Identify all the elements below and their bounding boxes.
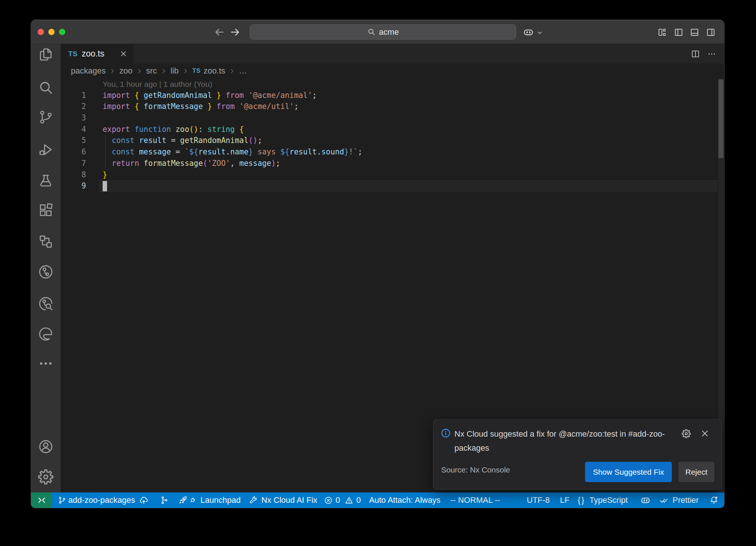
notification-close-button[interactable] (700, 429, 710, 440)
split-editor-button[interactable] (687, 46, 704, 62)
plug-icon (189, 496, 197, 504)
activity-commit-target-button[interactable] (31, 261, 61, 283)
line-number: 4 (61, 124, 86, 135)
navigate-forward-button[interactable] (229, 26, 241, 38)
vim-mode-label: -- NORMAL -- (450, 495, 500, 505)
line-number: 2 (61, 101, 86, 112)
copilot-icon (523, 27, 534, 38)
activity-source-control-button[interactable] (31, 106, 61, 128)
statusbar-launchpad-item[interactable]: Launchpad (178, 492, 241, 508)
breadcrumb-item[interactable]: packages (71, 66, 106, 76)
bell-dot-icon (709, 495, 719, 505)
statusbar-notifications-bell[interactable] (709, 492, 719, 508)
statusbar-problems-item[interactable]: 0 0 (324, 492, 361, 508)
toggle-panel-button[interactable] (689, 27, 700, 37)
activity-search-button[interactable] (31, 76, 61, 99)
statusbar-vim-mode-item[interactable]: -- NORMAL -- (450, 492, 500, 508)
customize-layout-button[interactable] (657, 27, 667, 37)
ellipsis-icon (707, 49, 717, 59)
error-count: 0 (336, 495, 340, 505)
title-bar: acme (31, 20, 724, 44)
branch-name: add-zoo-packages (68, 495, 135, 505)
statusbar-branch-item[interactable]: add-zoo-packages (58, 492, 149, 508)
editor-more-actions-button[interactable] (704, 46, 720, 62)
explorer-files-icon (37, 46, 54, 63)
eol-label: LF (560, 495, 570, 505)
activity-run-debug-button[interactable] (31, 139, 61, 161)
vscode-window: acme (31, 20, 724, 508)
code-line-content: const result = getRandomAnimal(); (86, 135, 262, 146)
line-number: 5 (61, 135, 86, 146)
breadcrumb-item[interactable]: src (146, 66, 157, 76)
close-window-button[interactable] (38, 29, 44, 35)
breadcrumb-item[interactable]: lib (171, 66, 179, 76)
toggle-primary-sidebar-button[interactable] (673, 27, 684, 37)
line-number: 3 (61, 112, 86, 124)
navigate-back-button[interactable] (213, 26, 226, 38)
code-line-content (86, 112, 103, 124)
activity-more-views-button[interactable] (31, 352, 61, 375)
warning-icon (344, 496, 354, 505)
breadcrumb-file[interactable]: TS zoo.ts (192, 66, 225, 76)
double-check-icon (659, 495, 670, 506)
chevron-down-icon[interactable] (535, 28, 544, 37)
chevron-right-icon (109, 68, 116, 74)
editor-scrollbar-thumb[interactable] (718, 79, 724, 158)
tab-bar: TS zoo.ts (61, 44, 724, 64)
commit-graph-icon (159, 495, 169, 505)
editor-cursor (103, 181, 107, 191)
current-line-highlight (99, 180, 718, 192)
reject-button[interactable]: Reject (678, 462, 714, 482)
breadcrumb-item[interactable]: zoo (119, 66, 132, 76)
show-suggested-fix-button[interactable]: Show Suggested Fix (585, 462, 672, 482)
code-line: 2import { formatMessage } from '@acme/ut… (61, 101, 724, 112)
activity-explorer-button[interactable] (31, 43, 61, 65)
settings-gear-button[interactable] (31, 466, 61, 488)
braces-icon: {} (578, 495, 585, 505)
gear-icon (681, 429, 691, 439)
toggle-secondary-sidebar-button[interactable] (705, 27, 716, 37)
account-button[interactable] (31, 436, 61, 458)
statusbar-auto-attach-item[interactable]: Auto Attach: Always (369, 492, 440, 508)
command-center-search[interactable]: acme (250, 24, 516, 40)
line-number: 8 (61, 169, 86, 181)
statusbar-nx-cloud-fix-item[interactable]: Nx Cloud AI Fix (248, 492, 317, 508)
code-line: 4export function zoo(): string { (61, 124, 724, 135)
chevron-right-icon (161, 68, 167, 74)
notification-toast: Nx Cloud suggested a fix for @acme/zoo:t… (433, 419, 722, 490)
activity-testing-button[interactable] (31, 170, 61, 192)
code-line-content: const message = `${result.name} says ${r… (86, 146, 362, 158)
panel-bottom-icon (690, 27, 700, 37)
remote-indicator[interactable] (31, 492, 52, 508)
account-icon (37, 438, 54, 455)
copilot-menu-button[interactable] (522, 26, 535, 38)
statusbar-commit-graph-item[interactable] (159, 492, 169, 508)
statusbar-encoding-item[interactable]: UTF-8 (527, 492, 550, 508)
remote-icon (37, 495, 47, 505)
minimize-window-button[interactable] (48, 29, 55, 35)
chevron-right-icon (182, 68, 189, 74)
breadcrumb-overflow[interactable]: … (239, 66, 247, 76)
activity-workflow-button[interactable] (31, 231, 61, 253)
warning-count: 0 (356, 495, 361, 505)
customize-layout-icon (657, 27, 667, 37)
zoom-window-button[interactable] (59, 29, 65, 35)
extensions-icon (37, 202, 54, 219)
close-icon (700, 429, 710, 438)
statusbar-copilot-item[interactable] (640, 492, 651, 508)
chevron-right-icon (229, 68, 235, 74)
activity-edge-browser-button[interactable] (31, 323, 61, 345)
statusbar-formatter-item[interactable]: Prettier (659, 492, 699, 508)
tab-zoo-ts[interactable]: TS zoo.ts (61, 44, 134, 64)
statusbar-eol-item[interactable]: LF (560, 492, 570, 508)
activity-extensions-button[interactable] (31, 199, 61, 221)
line-number: 7 (61, 158, 86, 169)
activity-inspect-button[interactable] (31, 293, 61, 315)
edge-browser-icon (37, 325, 54, 342)
close-tab-button[interactable] (119, 50, 128, 58)
split-editor-icon (691, 49, 700, 59)
rocket-icon (178, 495, 188, 505)
typescript-file-icon: TS (68, 50, 78, 58)
notification-settings-button[interactable] (681, 429, 691, 440)
statusbar-language-item[interactable]: {} TypeScript (578, 492, 628, 508)
